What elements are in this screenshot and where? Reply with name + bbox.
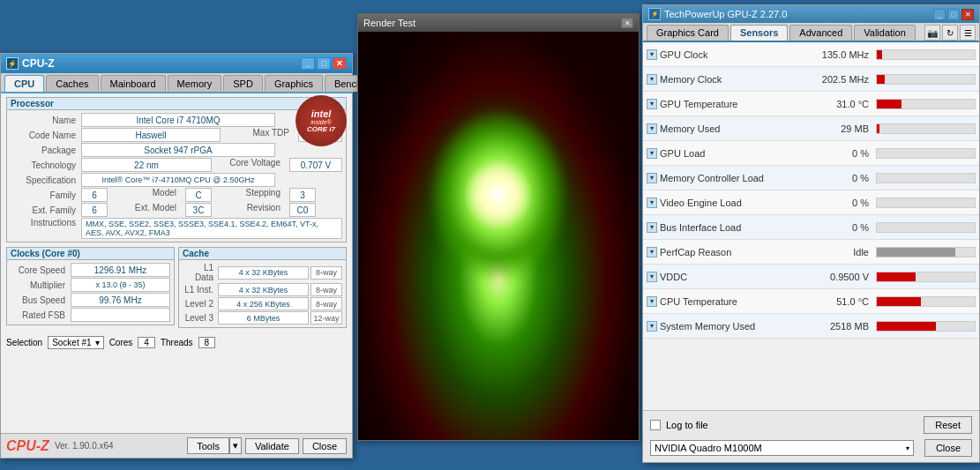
l2-label: Level 2 — [183, 299, 216, 309]
tab-caches[interactable]: Caches — [46, 75, 98, 92]
sensor-name: ▾ GPU Load — [647, 148, 805, 159]
sensor-value: 51.0 °C — [805, 296, 876, 307]
gpuz-tab-sensors[interactable]: Sensors — [730, 25, 788, 41]
gpuz-window: ⚡ TechPowerUp GPU-Z 2.27.0 _ □ ✕ Graphic… — [642, 4, 980, 463]
threads-value: 8 — [198, 337, 216, 348]
sensor-bar — [877, 248, 955, 257]
l1data-value: 4 x 32 KBytes — [218, 266, 309, 280]
package-value: Socket 947 rPGA — [81, 143, 275, 157]
camera-icon-button[interactable]: 📷 — [924, 25, 940, 41]
sensor-bar — [877, 100, 901, 108]
sensor-dropdown-icon[interactable]: ▾ — [647, 49, 657, 60]
tab-memory[interactable]: Memory — [168, 75, 222, 92]
tools-button[interactable]: Tools — [187, 437, 229, 454]
gpuz-tab-advanced[interactable]: Advanced — [789, 25, 852, 41]
sensor-dropdown-icon[interactable]: ▾ — [647, 74, 657, 85]
l1inst-label: L1 Inst. — [183, 285, 216, 295]
device-dropdown-icon: ▾ — [906, 444, 909, 452]
selection-select[interactable]: Socket #1 ▾ — [48, 336, 103, 349]
tab-graphics[interactable]: Graphics — [265, 75, 323, 92]
render-window: Render Test ✕ — [357, 13, 640, 441]
sensor-dropdown-icon[interactable]: ▾ — [647, 247, 657, 257]
extmodel-label: Ext. Model — [111, 203, 182, 217]
sensor-name: ▾ GPU Clock — [647, 49, 805, 60]
stepping-value: 3 — [289, 188, 316, 202]
cache-label: Cache — [179, 248, 346, 260]
sensor-bar-area — [876, 173, 976, 183]
sensor-bar-area — [876, 321, 976, 332]
sensor-name: ▾ GPU Temperature — [647, 99, 805, 109]
sensor-row: ▾ GPU Load 0 % — [643, 141, 979, 166]
sensor-row: ▾ Memory Used 29 MB — [643, 116, 979, 141]
sensor-row: ▾ System Memory Used 2518 MB — [643, 314, 979, 339]
l2-way: 8-way — [310, 297, 342, 310]
sensor-bar-area — [876, 222, 976, 233]
sensor-row: ▾ GPU Clock 135.0 MHz — [643, 42, 979, 67]
device-select[interactable]: NVIDIA Quadro M1000M ▾ — [650, 440, 914, 456]
codename-label: Code Name — [11, 131, 81, 140]
sensor-dropdown-icon[interactable]: ▾ — [647, 222, 657, 233]
sensor-row: ▾ VDDC 0.9500 V — [643, 265, 979, 289]
sensor-name: ▾ Memory Clock — [647, 74, 805, 85]
validate-button[interactable]: Validate — [245, 438, 299, 454]
l1inst-way: 8-way — [310, 283, 342, 296]
corevoltage-label: Core Voltage — [215, 158, 286, 172]
sensor-bar — [877, 272, 916, 281]
sensor-dropdown-icon[interactable]: ▾ — [647, 272, 657, 282]
gpuz-tab-graphics[interactable]: Graphics Card — [647, 25, 729, 41]
sensor-row: ▾ Bus Interface Load 0 % — [643, 215, 979, 240]
reset-button[interactable]: Reset — [924, 416, 972, 434]
sensor-bar-area — [876, 272, 976, 282]
tools-dropdown-icon[interactable]: ▾ — [229, 437, 242, 454]
extfamily-value: 6 — [81, 203, 108, 217]
sensor-value: 0 % — [805, 173, 876, 183]
sensor-dropdown-icon[interactable]: ▾ — [647, 148, 657, 159]
sensor-value: 0 % — [805, 148, 876, 159]
sensor-bar-area — [876, 74, 976, 85]
log-to-file-checkbox[interactable] — [650, 420, 661, 430]
tab-spd[interactable]: SPD — [223, 75, 263, 92]
cpuz-logo: CPU-Z — [6, 438, 49, 454]
cpuz-window-icon: ⚡ — [6, 57, 19, 70]
sensor-dropdown-icon[interactable]: ▾ — [647, 198, 657, 208]
refresh-icon-button[interactable]: ↻ — [942, 25, 958, 41]
render-close-button[interactable]: ✕ — [621, 18, 633, 28]
gpuz-close-btn[interactable]: Close — [924, 439, 972, 457]
selection-value: Socket #1 — [52, 338, 91, 347]
sensor-dropdown-icon[interactable]: ▾ — [647, 123, 657, 134]
sensor-value: 0 % — [805, 222, 876, 233]
ratedfbs-value — [71, 308, 170, 322]
render-canvas — [358, 32, 639, 440]
sensor-name: ▾ CPU Temperature — [647, 296, 805, 307]
instructions-label: Instructions — [11, 218, 81, 228]
clocks-section: Clocks (Core #0) Core Speed 1296.91 MHz … — [6, 247, 175, 325]
sensor-value: 29 MB — [805, 123, 876, 134]
sensor-dropdown-icon[interactable]: ▾ — [647, 173, 657, 183]
cpuz-version: Ver. 1.90.0.x64 — [55, 441, 114, 451]
corespeed-label: Core Speed — [11, 265, 71, 275]
sensor-bar — [877, 124, 879, 133]
sensor-dropdown-icon[interactable]: ▾ — [647, 99, 657, 109]
close-cpuz-button[interactable]: Close — [303, 438, 347, 454]
sensor-name: ▾ Bus Interface Load — [647, 222, 805, 233]
close-button[interactable]: ✕ — [333, 57, 347, 70]
gpuz-maximize-button[interactable]: □ — [947, 9, 960, 20]
tab-mainboard[interactable]: Mainboard — [101, 75, 166, 92]
menu-icon-button[interactable]: ☰ — [960, 25, 976, 41]
gpuz-close-button[interactable]: ✕ — [961, 9, 974, 20]
sensor-dropdown-icon[interactable]: ▾ — [647, 296, 657, 307]
technology-label: Technology — [11, 160, 81, 170]
cpuz-bottom-bar: CPU-Z Ver. 1.90.0.x64 Tools ▾ Validate C… — [1, 433, 352, 458]
tab-cpu[interactable]: CPU — [4, 75, 44, 92]
revision-value: C0 — [289, 203, 316, 217]
sensor-name: ▾ VDDC — [647, 272, 805, 282]
sensor-row: ▾ Memory Clock 202.5 MHz — [643, 67, 979, 92]
minimize-button[interactable]: _ — [301, 57, 315, 70]
sensor-dropdown-icon[interactable]: ▾ — [647, 321, 657, 332]
maximize-button[interactable]: □ — [317, 57, 331, 70]
gpuz-tab-validation[interactable]: Validation — [854, 25, 916, 41]
gpuz-minimize-button[interactable]: _ — [933, 9, 946, 20]
gpuz-titlebar: ⚡ TechPowerUp GPU-Z 2.27.0 _ □ ✕ — [643, 5, 979, 23]
model-label: Model — [111, 188, 182, 202]
sensor-bar-area — [876, 99, 976, 109]
